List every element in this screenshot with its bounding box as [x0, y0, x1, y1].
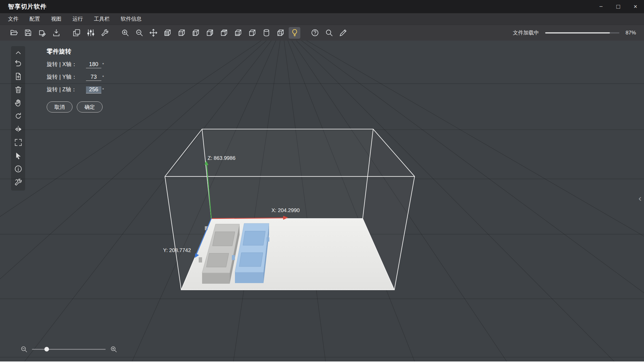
- rotation-panel-title: 零件旋转: [47, 47, 104, 56]
- select-icon: [14, 152, 22, 160]
- import-model-button[interactable]: [50, 27, 62, 39]
- toolbar-group: [8, 27, 62, 39]
- toolbar-group: [119, 27, 300, 39]
- machine-tools-button[interactable]: [99, 27, 111, 39]
- view-iso-button[interactable]: [246, 27, 258, 39]
- open-file-icon: [10, 29, 18, 37]
- titlebar: 智享切片软件 − □ ×: [0, 0, 644, 13]
- view-top-button[interactable]: [218, 27, 230, 39]
- add-model-icon: [14, 72, 22, 81]
- duplicate-icon: [72, 29, 81, 37]
- file-loading-percent: 87%: [626, 30, 636, 36]
- view-top-icon: [220, 29, 228, 37]
- degree-unit: °: [102, 62, 104, 67]
- menu-toolbar[interactable]: 工具栏: [94, 15, 110, 22]
- collapse-button[interactable]: [14, 49, 22, 54]
- minimize-button[interactable]: −: [592, 0, 610, 13]
- view-left-icon: [192, 29, 200, 37]
- delete-model-button[interactable]: [14, 85, 22, 94]
- menu-run[interactable]: 运行: [72, 15, 83, 22]
- undo-button[interactable]: [14, 59, 22, 67]
- menu-view[interactable]: 视图: [51, 15, 61, 22]
- close-button[interactable]: ×: [627, 0, 644, 13]
- info-icon: [14, 165, 22, 173]
- toolbar: 文件加载中 87%: [0, 25, 644, 41]
- zoom-out-button[interactable]: [133, 27, 145, 39]
- right-panel-chevron-icon[interactable]: ‹: [638, 194, 642, 203]
- annotate-pen-icon: [339, 29, 347, 37]
- toolbar-group: [71, 27, 111, 39]
- rotation-value-input[interactable]: 256: [86, 86, 101, 93]
- view-right-button[interactable]: [204, 27, 216, 39]
- machine-tools-icon: [101, 29, 109, 37]
- light-button[interactable]: [289, 27, 300, 39]
- rotation-value-input[interactable]: 180: [86, 61, 101, 68]
- rotation-row: 旋转 | Y轴：73°: [47, 73, 104, 81]
- view-iso-icon: [248, 29, 256, 37]
- degree-unit: °: [102, 75, 104, 80]
- adjust-params-button[interactable]: [85, 27, 96, 39]
- rotation-axis-label: 旋转 | X轴：: [47, 61, 86, 68]
- view-left-button[interactable]: [190, 27, 201, 39]
- wireframe-view-button[interactable]: [275, 27, 286, 39]
- zoom-in-icon: [121, 29, 129, 37]
- view-bottom-button[interactable]: [232, 27, 244, 39]
- rotation-rows: 旋转 | X轴：180°旋转 | Y轴：73°旋转 | Z轴：256°: [47, 61, 104, 93]
- delete-model-icon: [14, 85, 22, 94]
- probe-icon: [325, 29, 333, 37]
- confirm-button[interactable]: 确定: [77, 101, 103, 112]
- left-tool-panel: [11, 46, 25, 191]
- zoom-in-button[interactable]: [119, 27, 131, 39]
- zoom-in-icon[interactable]: [110, 345, 117, 353]
- fit-view-icon: [14, 138, 22, 147]
- rotation-row: 旋转 | X轴：180°: [47, 61, 104, 68]
- zoom-control: [20, 345, 117, 353]
- select-button[interactable]: [14, 152, 22, 160]
- repair-button[interactable]: [14, 178, 22, 186]
- annotate-pen-button[interactable]: [337, 27, 349, 39]
- zoom-out-icon: [135, 29, 143, 37]
- fit-view-button[interactable]: [14, 138, 22, 147]
- y-axis-label: Y: 208.7742: [163, 247, 191, 253]
- info-button[interactable]: [14, 165, 22, 173]
- x-axis-label: X: 204.2990: [271, 207, 300, 213]
- mirror-icon: [14, 125, 22, 133]
- duplicate-button[interactable]: [71, 27, 82, 39]
- rotation-axis-label: 旋转 | Z轴：: [47, 86, 86, 93]
- zoom-slider-knob[interactable]: [45, 347, 49, 352]
- probe-button[interactable]: [323, 27, 335, 39]
- view-back-button[interactable]: [176, 27, 187, 39]
- zoom-slider[interactable]: [32, 349, 106, 350]
- rotation-row: 旋转 | Z轴：256°: [47, 86, 104, 93]
- rotation-buttons: 取消 确定: [47, 101, 104, 112]
- pan-button[interactable]: [14, 99, 22, 107]
- mirror-button[interactable]: [14, 125, 22, 133]
- rotation-value-input[interactable]: 73: [86, 74, 101, 81]
- menu-file[interactable]: 文件: [8, 15, 18, 22]
- add-model-button[interactable]: [14, 72, 22, 81]
- maximize-button[interactable]: □: [610, 0, 627, 13]
- degree-unit: °: [102, 87, 104, 92]
- open-file-button[interactable]: [8, 27, 20, 39]
- help-button[interactable]: [309, 27, 321, 39]
- menu-software-info[interactable]: 软件信息: [121, 15, 142, 22]
- repair-icon: [14, 178, 22, 186]
- move-model-icon: [149, 29, 158, 37]
- view-front-button[interactable]: [162, 27, 173, 39]
- cancel-button[interactable]: 取消: [47, 101, 72, 112]
- save-button[interactable]: [22, 27, 34, 39]
- menu-config[interactable]: 配置: [29, 15, 40, 22]
- window-title: 智享切片软件: [8, 2, 47, 11]
- move-model-button[interactable]: [147, 27, 159, 39]
- file-loading-label: 文件加载中: [513, 29, 539, 36]
- wireframe-view-icon: [276, 29, 285, 37]
- rotate-view-icon: [14, 112, 22, 120]
- light-icon: [291, 29, 299, 37]
- save-as-button[interactable]: [36, 27, 48, 39]
- zoom-out-icon[interactable]: [20, 345, 28, 353]
- collapse-icon: [14, 49, 22, 57]
- bottom-strip: [0, 361, 644, 363]
- cylinder-view-button[interactable]: [260, 27, 272, 39]
- view-bottom-icon: [234, 29, 242, 37]
- rotate-view-button[interactable]: [14, 112, 22, 120]
